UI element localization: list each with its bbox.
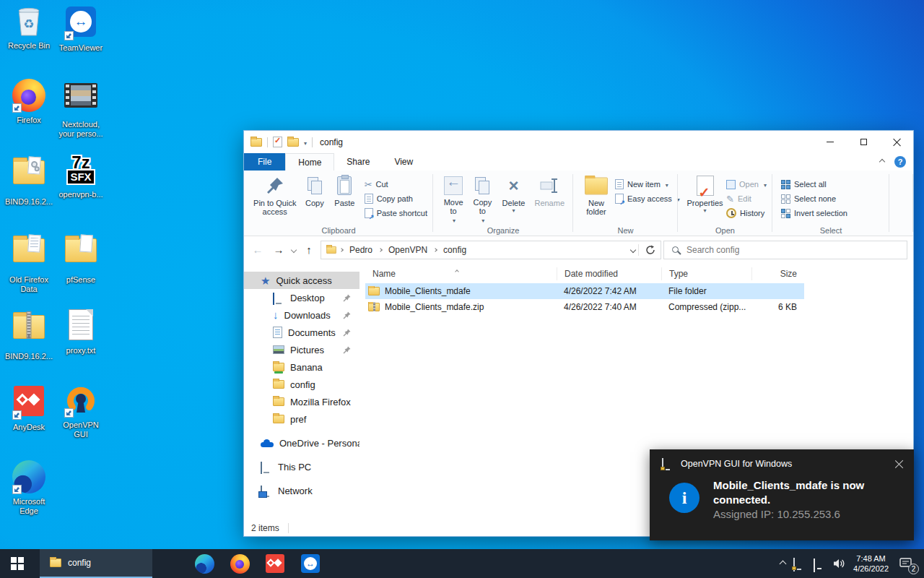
tab-file[interactable]: File: [244, 153, 285, 171]
pin-to-quick-access-button[interactable]: Pin to Quick access: [250, 173, 300, 225]
address-dropdown-chevron-icon[interactable]: [630, 246, 636, 252]
sidebar-item-pref[interactable]: pref: [244, 410, 359, 428]
sidebar-item-quick-access[interactable]: ★ Quick access: [244, 272, 359, 289]
forward-button[interactable]: →: [269, 241, 288, 259]
cut-button[interactable]: ✂ Cut: [365, 178, 427, 190]
sidebar-item-onedrive[interactable]: OneDrive - Personal: [244, 434, 359, 452]
pin-icon: [343, 345, 351, 356]
sidebar-item-banana[interactable]: Banana: [244, 358, 359, 376]
desktop-icon-openvpn-sfx[interactable]: 7z SFX openvpn-b...: [55, 153, 107, 199]
breadcrumb[interactable]: Pedro OpenVPN config: [321, 241, 661, 259]
minimize-button[interactable]: [814, 131, 847, 153]
tray-network-icon[interactable]: [814, 559, 825, 568]
taskbar-anydesk-button[interactable]: [261, 549, 289, 578]
desktop-icon-nextcloud[interactable]: Nextcloud, your perso...: [55, 78, 107, 139]
minimize-ribbon-chevron-icon[interactable]: [879, 159, 885, 165]
taskbar-teamviewer-button[interactable]: ↔: [296, 549, 325, 578]
tray-openvpn-icon[interactable]: [793, 558, 806, 569]
firefox-icon: [230, 554, 250, 574]
help-button[interactable]: ?: [894, 156, 906, 168]
open-button[interactable]: Open: [726, 178, 767, 190]
history-button[interactable]: History: [726, 207, 767, 219]
start-button[interactable]: [0, 549, 35, 578]
move-to-button[interactable]: ← Move to: [439, 173, 468, 225]
file-row-mobile-clients-zip[interactable]: Mobile_Clients_mdafe.zip 4/26/2022 7:40 …: [365, 299, 804, 315]
sidebar-item-network[interactable]: Network: [244, 482, 359, 499]
search-input[interactable]: [685, 244, 880, 256]
invert-selection-button[interactable]: Invert selection: [781, 207, 847, 219]
column-header-type[interactable]: Type: [661, 267, 751, 280]
sidebar-item-documents[interactable]: Documents: [244, 324, 359, 341]
taskbar-clock[interactable]: 7:48 AM 4/26/2022: [853, 553, 889, 574]
new-item-button[interactable]: New item: [615, 178, 680, 190]
sidebar-item-mozilla-firefox[interactable]: Mozilla Firefox: [244, 393, 359, 410]
new-folder-button[interactable]: New folder: [579, 173, 614, 225]
desktop-icon-proxy-txt[interactable]: proxy.txt: [55, 308, 107, 355]
7z-sfx-icon: 7z SFX: [64, 153, 98, 188]
file-row-mobile-clients-folder[interactable]: Mobile_Clients_mdafe 4/26/2022 7:42 AM F…: [365, 283, 804, 299]
sidebar-item-this-pc[interactable]: This PC: [244, 458, 359, 475]
easy-access-button[interactable]: Easy access: [615, 193, 680, 204]
sidebar-item-downloads[interactable]: ↓ Downloads: [244, 306, 359, 324]
taskbar-task-config[interactable]: config: [40, 549, 152, 578]
pushpin-icon: [266, 174, 284, 197]
openvpn-notification-toast[interactable]: OpenVPN GUI for Windows i Mobile_Clients…: [650, 449, 914, 540]
tab-home[interactable]: Home: [285, 153, 334, 171]
system-tray: 7:48 AM 4/26/2022 2: [780, 549, 924, 578]
paste-button[interactable]: Paste: [329, 173, 360, 225]
sidebar-item-pictures[interactable]: Pictures: [244, 341, 359, 358]
back-button[interactable]: ←: [248, 241, 267, 259]
action-center-button[interactable]: 2: [897, 554, 915, 573]
maximize-button[interactable]: [847, 131, 880, 153]
tray-expand-chevron-icon[interactable]: [780, 560, 787, 567]
tray-volume-icon[interactable]: [833, 558, 845, 569]
copy-path-button[interactable]: Copy path: [365, 193, 427, 204]
toast-assigned-ip: Assigned IP: 10.255.253.6: [713, 508, 876, 520]
tab-share[interactable]: Share: [334, 153, 382, 171]
desktop-icon-bind-folder[interactable]: BIND9.16.2...: [3, 153, 55, 207]
sidebar-item-desktop[interactable]: Desktop: [244, 289, 359, 306]
desktop-icon-firefox[interactable]: Firefox: [3, 78, 55, 125]
desktop-icon-old-firefox-data[interactable]: Old Firefox Data: [3, 231, 55, 294]
properties-button[interactable]: Properties: [684, 173, 726, 225]
customize-qat-chevron-icon[interactable]: [302, 137, 307, 147]
taskbar-edge-button[interactable]: [190, 549, 219, 578]
desktop-icon-pfsense[interactable]: pfSense: [55, 231, 107, 285]
desktop-icon-openvpn-gui[interactable]: OpenVPN GUI: [55, 384, 107, 439]
breadcrumb-item-config[interactable]: config: [440, 243, 470, 256]
breadcrumb-item-openvpn[interactable]: OpenVPN: [385, 243, 431, 256]
new-folder-qat-icon[interactable]: [287, 138, 299, 147]
column-header-size[interactable]: Size: [751, 267, 804, 280]
refresh-icon[interactable]: [642, 242, 659, 258]
select-none-button[interactable]: Select none: [781, 193, 847, 204]
edit-button[interactable]: ✎ Edit: [726, 193, 767, 204]
sidebar-item-config[interactable]: config: [244, 376, 359, 393]
title-bar: config: [244, 131, 913, 153]
select-all-button[interactable]: Select all: [781, 178, 847, 190]
recent-locations-chevron-icon[interactable]: [291, 246, 297, 252]
search-box[interactable]: [663, 241, 907, 259]
desktop-icon-recycle-bin[interactable]: ♻ Recycle Bin: [3, 4, 55, 51]
desktop-icon-bind-zip[interactable]: BIND9.16.2...: [3, 308, 55, 361]
copy-to-button[interactable]: Copy to: [468, 173, 497, 225]
toast-close-icon[interactable]: [895, 460, 904, 468]
desktop-icon-microsoft-edge[interactable]: Microsoft Edge: [3, 460, 55, 516]
tab-view[interactable]: View: [382, 153, 425, 171]
column-header-name[interactable]: Name: [365, 267, 557, 280]
delete-button[interactable]: × Delete: [497, 173, 531, 225]
recycle-bin-icon: ♻: [12, 4, 46, 39]
desktop-icon-anydesk[interactable]: AnyDesk: [3, 384, 55, 432]
paste-shortcut-button[interactable]: Paste shortcut: [365, 207, 427, 219]
rename-button[interactable]: Rename: [530, 173, 569, 225]
shortcut-arrow-icon: [64, 408, 74, 418]
copy-button[interactable]: Copy: [300, 173, 329, 225]
up-button[interactable]: ↑: [300, 241, 318, 259]
scissors-icon: ✂: [365, 179, 372, 190]
breadcrumb-item-pedro[interactable]: Pedro: [346, 243, 376, 256]
desktop-icon-teamviewer[interactable]: ↔ TeamViewer: [55, 4, 107, 53]
properties-qat-icon[interactable]: [273, 137, 282, 147]
column-header-date-modified[interactable]: Date modified: [557, 267, 661, 280]
close-button[interactable]: [880, 131, 913, 153]
shortcut-arrow-icon: [64, 31, 74, 40]
taskbar-firefox-button[interactable]: [225, 549, 254, 578]
